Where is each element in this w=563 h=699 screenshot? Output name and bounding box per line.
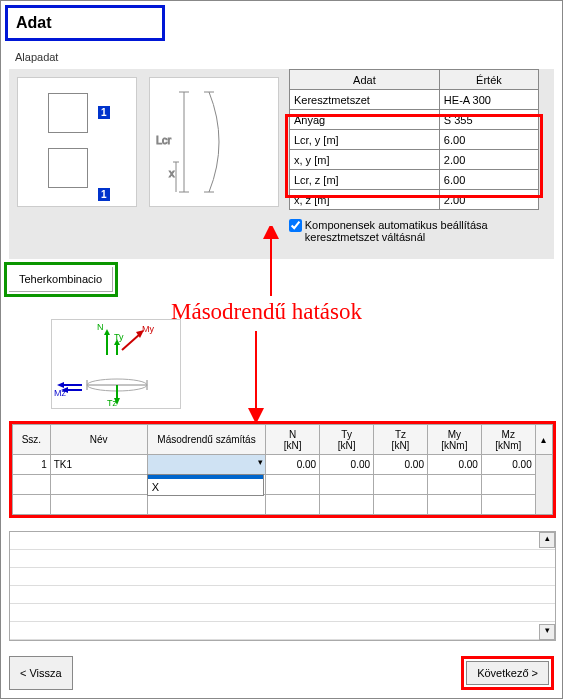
props-header-val: Érték [439,70,538,90]
prop-attr: Anyag [290,110,440,130]
window-title: Adat [5,5,165,41]
section-square-bottom [48,148,88,188]
badge-2: 1 [98,188,110,201]
section-diagram-1: 1 1 [17,77,137,207]
prop-val[interactable]: 6.00 [439,130,538,150]
chevron-down-icon[interactable]: ▾ [258,457,263,467]
lower-empty-grid: ▾ ▴ [9,531,556,641]
svg-text:Lcr: Lcr [156,134,172,146]
col-masod[interactable]: Másodrendű számítás [147,425,266,455]
col-nev[interactable]: Név [50,425,147,455]
load-table-highlight: Ssz. Név Másodrendű számítás N[kN] Ty[kN… [9,421,556,518]
section-alapadat-label: Alapadat [7,47,562,67]
svg-text:x: x [169,167,175,179]
axis-tz: Tz [107,398,117,408]
scrollbar-track[interactable] [535,455,552,515]
prop-val[interactable]: 6.00 [439,170,538,190]
alapadat-panel: 1 1 Lcr x Adat Érték KeresztmetszetHE-A … [9,69,554,259]
footer-bar: < Vissza Következő > [9,656,554,690]
dropdown-option-x[interactable]: X [148,479,264,495]
next-button-highlight: Következő > [461,656,554,690]
col-Mz[interactable]: Mz[kNm] [481,425,535,455]
prop-attr: Lcr, y [m] [290,130,440,150]
prop-val[interactable]: 2.00 [439,190,538,210]
prop-val[interactable]: 2.00 [439,150,538,170]
table-row[interactable] [13,495,553,515]
back-button[interactable]: < Vissza [9,656,73,690]
annotation-arrow-down [236,326,276,426]
next-button[interactable]: Következő > [466,661,549,685]
prop-val[interactable]: HE-A 300 [439,90,538,110]
cell-My[interactable]: 0.00 [427,455,481,475]
buckling-curve-icon: Lcr x [154,82,274,202]
table-row[interactable]: 1 TK1 ▾ X 0.00 0.00 0.00 0.00 0.00 [13,455,553,475]
col-My[interactable]: My[kNm] [427,425,481,455]
annotation-text: Másodrendű hatások [171,299,362,325]
col-Tz[interactable]: Tz[kN] [374,425,428,455]
col-ssz[interactable]: Ssz. [13,425,51,455]
cell-Ty[interactable]: 0.00 [320,455,374,475]
dropdown-list: X [147,474,265,496]
prop-val[interactable]: S 355 [439,110,538,130]
prop-attr: Keresztmetszet [290,90,440,110]
cell-masod-dropdown[interactable]: ▾ X [147,455,266,475]
table-row[interactable] [13,475,553,495]
col-N[interactable]: N[kN] [266,425,320,455]
cell-ssz[interactable]: 1 [13,455,51,475]
cell-Mz[interactable]: 0.00 [481,455,535,475]
cell-nev[interactable]: TK1 [50,455,147,475]
cell-Tz[interactable]: 0.00 [374,455,428,475]
auto-components-row: Komponensek automatikus beállítása keres… [289,219,549,243]
prop-attr: x, z [m] [290,190,440,210]
prop-attr: Lcr, z [m] [290,170,440,190]
col-Ty[interactable]: Ty[kN] [320,425,374,455]
cell-N[interactable]: 0.00 [266,455,320,475]
axis-my: My [142,324,154,334]
scroll-up-icon[interactable]: ▴ [539,532,555,548]
axis-ty: Ty [114,332,124,342]
auto-components-checkbox[interactable] [289,219,302,232]
svg-line-17 [122,334,140,350]
props-header-attr: Adat [290,70,440,90]
properties-table: Adat Érték KeresztmetszetHE-A 300 AnyagS… [289,69,539,210]
badge-1: 1 [98,106,110,119]
axis-n: N [97,322,104,332]
auto-components-label: Komponensek automatikus beállítása keres… [305,219,525,243]
prop-attr: x, y [m] [290,150,440,170]
scroll-down-icon[interactable]: ▾ [539,624,555,640]
section-diagram-2: Lcr x [149,77,279,207]
load-combinations-table: Ssz. Név Másodrendű számítás N[kN] Ty[kN… [12,424,553,515]
tab-teherkombinacio[interactable]: Teherkombinacio [9,267,113,292]
load-axes-diagram: N Ty My Mz Tz [51,319,181,409]
section-square-top [48,93,88,133]
scroll-up-icon[interactable]: ▴ [535,425,552,455]
axis-mz: Mz [54,388,66,398]
